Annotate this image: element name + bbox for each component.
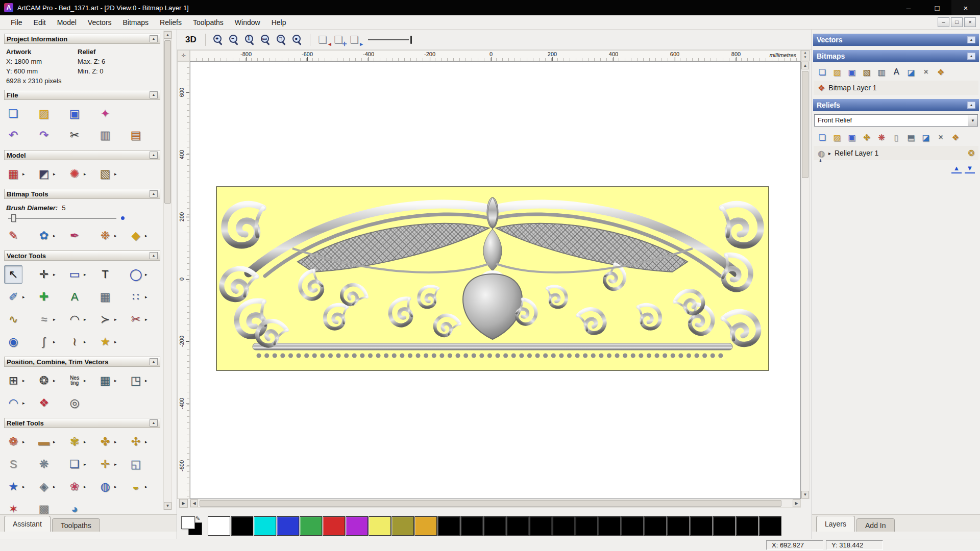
save-bitmap-icon[interactable]: ▣: [846, 66, 858, 78]
move-layer-down-button[interactable]: ▼: [965, 164, 975, 173]
assistant-scrollbar[interactable]: ▲ ▼: [163, 31, 172, 510]
redo-icon[interactable]: ↷: [35, 126, 65, 145]
freehand-draw-icon[interactable]: ≀ ▸: [65, 332, 96, 352]
open-model-icon[interactable]: ▨: [35, 104, 65, 123]
create-polyline-icon[interactable]: ✚: [35, 287, 65, 307]
scroll-right-button[interactable]: ▶: [793, 499, 800, 507]
mirror-vectors-icon[interactable]: ◠ ▸: [4, 393, 35, 413]
palette-swatch[interactable]: [254, 516, 276, 536]
nesting-icon[interactable]: Nes ting ▸: [65, 371, 96, 390]
palette-swatch[interactable]: [621, 516, 644, 536]
isolate-relief-icon[interactable]: ◱: [127, 455, 157, 474]
star-wizard-icon[interactable]: ★ ▸: [4, 477, 35, 496]
next-view-icon[interactable]: ❏ ▸: [348, 33, 361, 46]
scroll-thumb[interactable]: [200, 500, 781, 507]
pane-splitter-button[interactable]: ▶: [179, 499, 188, 508]
relief-colours-icon[interactable]: ❖: [949, 131, 962, 143]
centre-view-icon[interactable]: ❏ ✛: [332, 33, 346, 46]
undo-icon[interactable]: ↶: [4, 126, 35, 145]
flood-fill-icon[interactable]: ◆ ▸: [127, 226, 157, 245]
wrap-text-icon[interactable]: A: [65, 287, 96, 307]
menu-vectors[interactable]: Vectors: [82, 16, 117, 29]
bitmap-layer-row[interactable]: ❖ Bitmap Layer 1: [814, 81, 978, 95]
transform-vectors-icon[interactable]: ✛ ▸: [35, 265, 65, 284]
menu-reliefs[interactable]: Reliefs: [154, 16, 187, 29]
collapse-file-button[interactable]: ▲: [150, 91, 158, 98]
clipart-relief-icon[interactable]: ✶: [4, 499, 35, 514]
model-texture-icon[interactable]: ▧ ▸: [96, 164, 127, 184]
relief-select-combobox[interactable]: Front Relief ▼: [814, 114, 978, 127]
slider-handle[interactable]: [11, 214, 16, 222]
menu-bitmaps[interactable]: Bitmaps: [117, 16, 155, 29]
palette-swatch[interactable]: [323, 516, 345, 536]
primary-secondary-colours[interactable]: ✎: [180, 515, 206, 537]
expand-relief-layer-button[interactable]: ▸: [828, 151, 831, 156]
extrude-relief-icon[interactable]: ✤ ▸: [96, 432, 127, 452]
zoom-window-icon[interactable]: ▭: [259, 33, 273, 46]
delete-relief-layer-icon[interactable]: ×: [935, 131, 947, 143]
palette-swatch[interactable]: [759, 516, 781, 536]
face-wizard-icon[interactable]: ▩: [35, 499, 65, 514]
tab-layers[interactable]: Layers: [816, 516, 855, 532]
tab-toolpaths[interactable]: Toolpaths: [52, 518, 100, 532]
sculpting-icon[interactable]: ✾ ▸: [65, 432, 96, 452]
trim-vectors-icon[interactable]: ✂ ▸: [127, 310, 157, 329]
collapse-bitmaps-button[interactable]: ▲: [967, 53, 975, 60]
save-model-icon[interactable]: ▣: [65, 104, 96, 123]
scroll-thumb[interactable]: [164, 40, 171, 204]
palette-swatch[interactable]: [713, 516, 736, 536]
offset-vectors-icon[interactable]: ◉: [4, 332, 35, 352]
cut-icon[interactable]: ✂: [65, 126, 96, 145]
menu-file[interactable]: File: [5, 16, 28, 29]
close-button[interactable]: ×: [951, 0, 980, 15]
save-relief-icon[interactable]: ▣: [846, 131, 858, 143]
open-relief-icon[interactable]: ▨: [831, 131, 843, 143]
palette-swatch[interactable]: [460, 516, 483, 536]
weave-vectors-icon[interactable]: ❖: [35, 393, 65, 413]
scroll-up-button[interactable]: ▲: [164, 31, 172, 39]
scroll-thumb[interactable]: [802, 71, 808, 178]
shape-editor-icon[interactable]: ❁ ▸: [4, 432, 35, 452]
paint-tool-icon[interactable]: ✎: [4, 226, 35, 245]
slice-relief-icon[interactable]: ◒ ▸: [127, 477, 157, 496]
mdi-restore-button[interactable]: □: [951, 17, 963, 27]
reset-relief-icon[interactable]: ◪: [920, 131, 932, 143]
palette-swatch[interactable]: [575, 516, 598, 536]
palette-swatch[interactable]: [690, 516, 713, 536]
block-paste-icon[interactable]: ∷ ▸: [127, 287, 157, 307]
model-lighting-icon[interactable]: ✺ ▸: [65, 164, 96, 184]
palette-swatch[interactable]: [644, 516, 667, 536]
zoom-out-icon[interactable]: −: [227, 33, 241, 46]
paste-relief-icon[interactable]: ✤: [861, 131, 873, 143]
line-style-preview[interactable]: [368, 34, 415, 45]
envelope-distort-icon[interactable]: ◈ ▸: [35, 477, 65, 496]
delete-bitmap-layer-icon[interactable]: ×: [920, 66, 932, 78]
line-style-handle[interactable]: [410, 36, 412, 44]
collapse-bitmap-tools-button[interactable]: ▲: [150, 190, 158, 197]
paste-icon[interactable]: ▤: [127, 126, 157, 145]
collapse-position-button[interactable]: ▲: [150, 358, 158, 365]
ruler-origin-button[interactable]: ✛: [177, 50, 190, 61]
palette-swatch[interactable]: [529, 516, 552, 536]
create-rectangle-icon[interactable]: ▭ ▸: [65, 265, 96, 284]
fit-arcs-icon[interactable]: ∫ ▸: [35, 332, 65, 352]
relief-info-icon[interactable]: ▤: [905, 131, 917, 143]
smooth-relief-icon[interactable]: ▬ ▸: [35, 432, 65, 452]
select-vectors-icon[interactable]: ↖: [4, 265, 35, 284]
zoom-1to1-icon[interactable]: 1: [243, 33, 257, 46]
texture-relief-icon[interactable]: ◍ ▸: [96, 477, 127, 496]
circular-copy-icon[interactable]: ❂ ▸: [35, 371, 65, 390]
tab-add-in[interactable]: Add In: [856, 518, 894, 532]
palette-swatch[interactable]: [437, 516, 460, 536]
load-image-icon[interactable]: ▧: [861, 66, 873, 78]
palette-icon[interactable]: ❉ ▸: [96, 226, 127, 245]
move-layer-up-button[interactable]: ▲: [951, 164, 962, 173]
collapse-vector-tools-button[interactable]: ▲: [150, 252, 158, 259]
turn-blank-icon[interactable]: ❀ ▸: [65, 477, 96, 496]
relief-layer-colour-icon[interactable]: ❂: [968, 148, 974, 158]
create-arc-icon[interactable]: ◠ ▸: [65, 310, 96, 329]
menu-edit[interactable]: Edit: [28, 16, 52, 29]
align-objects-icon[interactable]: ⊞ ▸: [4, 371, 35, 390]
palette-swatch[interactable]: [208, 516, 230, 536]
create-text-icon[interactable]: T: [96, 265, 127, 284]
